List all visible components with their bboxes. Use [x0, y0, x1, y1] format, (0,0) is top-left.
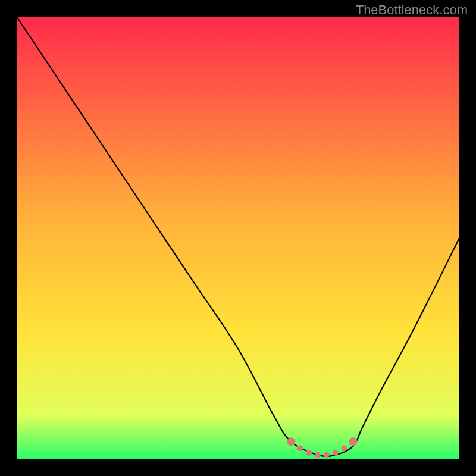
- watermark-text: TheBottleneck.com: [356, 2, 468, 18]
- marker-dot: [324, 452, 330, 458]
- marker-dot: [342, 445, 347, 451]
- plot-background: [17, 17, 459, 459]
- marker-dot: [349, 437, 357, 446]
- marker-dot: [306, 450, 312, 456]
- marker-dot: [333, 450, 339, 456]
- marker-dot: [315, 452, 321, 458]
- bottleneck-chart: [0, 0, 476, 476]
- chart-stage: TheBottleneck.com: [0, 0, 476, 476]
- marker-dot: [287, 437, 295, 446]
- marker-dot: [297, 445, 303, 451]
